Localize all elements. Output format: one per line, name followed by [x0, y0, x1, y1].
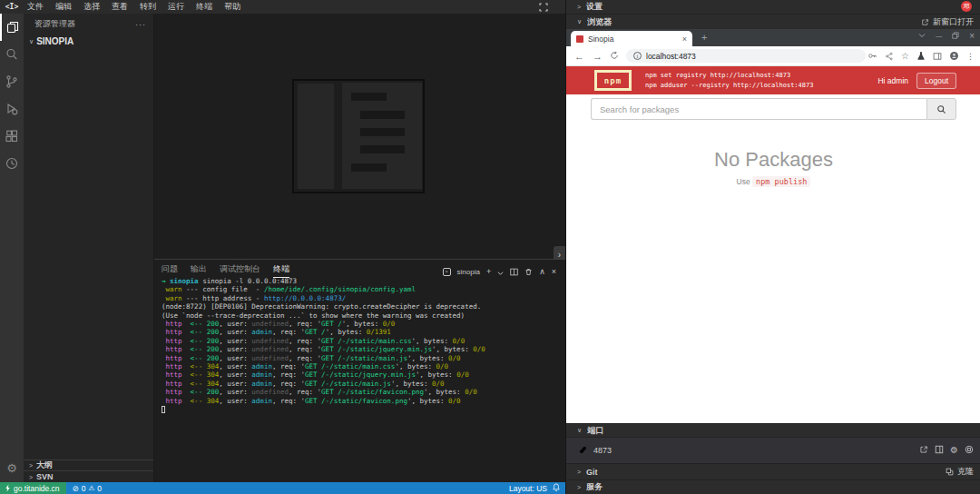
- url-text[interactable]: localhost:4873: [646, 52, 696, 61]
- search-button[interactable]: [926, 98, 956, 120]
- npm-logo[interactable]: npm: [594, 70, 632, 91]
- open-external-icon: [921, 18, 929, 26]
- bookmark-star-icon[interactable]: ☆: [901, 51, 909, 61]
- password-key-icon[interactable]: [867, 48, 877, 64]
- section-settings[interactable]: > 设置 邓: [566, 0, 980, 14]
- minimize-window-icon[interactable]: —: [936, 33, 942, 39]
- new-tab-icon[interactable]: +: [701, 32, 707, 43]
- section-outline[interactable]: > 大纲: [24, 459, 153, 470]
- explorer-icon[interactable]: [0, 14, 24, 41]
- terminal-type-icon: >: [443, 268, 451, 276]
- problems-indicator[interactable]: ⊘ 0 ⚠ 0: [73, 484, 102, 493]
- open-new-window-button[interactable]: 新窗口打开: [921, 16, 980, 28]
- terminal-dropdown-icon[interactable]: [497, 263, 504, 280]
- error-icon: ⊘: [73, 484, 79, 493]
- browser-toolbar: ← → i localhost:4873 ☆ ⋮: [566, 46, 980, 66]
- folder-sinopia[interactable]: ∨ SINOPIA: [24, 33, 153, 50]
- menu-help[interactable]: 帮助: [224, 1, 240, 13]
- reading-list-icon[interactable]: [933, 48, 942, 64]
- maximize-panel-icon[interactable]: ∧: [539, 268, 545, 276]
- browser-menu-chevron-icon[interactable]: [918, 32, 926, 40]
- open-in-browser-icon[interactable]: [919, 445, 928, 456]
- forward-icon[interactable]: →: [593, 51, 603, 62]
- fullscreen-icon[interactable]: [539, 3, 548, 12]
- more-actions-icon[interactable]: ···: [135, 20, 146, 29]
- tab-problems[interactable]: 问题: [162, 263, 178, 278]
- npm-publish-code: npm publish: [752, 176, 810, 187]
- tab-debug-console[interactable]: 调试控制台: [220, 263, 260, 278]
- menu-run[interactable]: 运行: [168, 1, 184, 13]
- logout-button[interactable]: Logout: [916, 73, 956, 89]
- extension-flask-icon[interactable]: [916, 48, 926, 64]
- section-svn[interactable]: > SVN: [24, 470, 153, 482]
- browser-tab-sinopia[interactable]: Sinopia ×: [571, 31, 692, 46]
- git-clone-button[interactable]: 克隆: [946, 466, 980, 478]
- terminal-name[interactable]: sinopia: [457, 268, 480, 276]
- menu-edit[interactable]: 编辑: [55, 1, 72, 13]
- status-bar: go.titanide.cn ⊘ 0 ⚠ 0 Layout: US: [0, 482, 565, 494]
- user-avatar[interactable]: 邓: [961, 1, 972, 12]
- test-explorer-icon[interactable]: [0, 150, 24, 177]
- close-window-icon[interactable]: ×: [969, 31, 975, 41]
- browser-menu-icon[interactable]: ⋮: [966, 52, 975, 61]
- site-info-icon[interactable]: i: [633, 52, 642, 60]
- activity-bar: ⚙: [0, 14, 24, 482]
- port-row-4873[interactable]: 4873 ⚙: [566, 437, 980, 463]
- port-settings-icon[interactable]: ⚙: [950, 446, 958, 455]
- restore-window-icon[interactable]: [952, 32, 959, 41]
- notifications-bell-icon[interactable]: [553, 483, 560, 493]
- editor-area: [154, 14, 565, 259]
- kill-terminal-icon[interactable]: [524, 263, 533, 280]
- menu-terminal[interactable]: 终端: [196, 1, 212, 13]
- menu-selection[interactable]: 选择: [83, 1, 100, 13]
- terminal-cursor: [162, 406, 165, 413]
- package-search-input[interactable]: [591, 98, 926, 120]
- http-log-line: http <-- 304, user: admin, req: 'GET /-/…: [162, 362, 485, 370]
- manage-gear-icon[interactable]: ⚙: [0, 462, 24, 475]
- back-icon[interactable]: ←: [574, 51, 584, 62]
- profile-avatar-icon[interactable]: [949, 48, 959, 64]
- title-bar: <I> 文件 编辑 选择 查看 转到 运行 终端 帮助: [0, 0, 565, 14]
- close-tab-icon[interactable]: ×: [682, 35, 687, 44]
- terminal-warn-line: warn --- http address - http://0.0.0.0:4…: [162, 294, 485, 302]
- empty-state-title: No Packages: [566, 148, 980, 172]
- search-icon[interactable]: [0, 41, 24, 68]
- section-git[interactable]: > Git 克隆: [566, 463, 980, 479]
- port-number[interactable]: 4873: [593, 446, 612, 455]
- tab-output[interactable]: 输出: [191, 263, 207, 278]
- extensions-icon[interactable]: [0, 123, 24, 150]
- browser-tab-bar: Sinopia × + — ×: [566, 29, 980, 46]
- menu-view[interactable]: 查看: [112, 1, 128, 13]
- chevron-right-icon: >: [577, 4, 581, 10]
- share-icon[interactable]: [885, 48, 894, 64]
- keyboard-layout[interactable]: Layout: US: [509, 484, 547, 493]
- chevron-right-icon: >: [29, 462, 33, 469]
- remote-indicator[interactable]: go.titanide.cn: [0, 482, 66, 494]
- http-log-line: http <-- 200, user: undefined, req: 'GET…: [162, 345, 485, 353]
- split-terminal-icon[interactable]: [510, 263, 518, 280]
- http-log-line: http <-- 304, user: admin, req: 'GET /-/…: [162, 397, 485, 405]
- source-control-icon[interactable]: [0, 68, 24, 95]
- chevron-right-icon: >: [577, 484, 581, 490]
- stop-forward-icon[interactable]: [965, 445, 974, 456]
- image-placeholder: [292, 79, 425, 193]
- terminal-output[interactable]: → sinopia sinopia -l 0.0.0.0:4873 warn -…: [162, 277, 485, 416]
- new-terminal-icon[interactable]: +: [486, 268, 491, 276]
- tab-terminal[interactable]: 终端: [273, 263, 289, 278]
- section-services[interactable]: > 服务: [566, 479, 980, 494]
- close-panel-icon[interactable]: ×: [552, 268, 556, 276]
- http-log-line: http <-- 200, user: undefined, req: 'GET…: [162, 337, 485, 345]
- menu-go[interactable]: 转到: [140, 1, 156, 13]
- http-log-line: http <-- 200, user: undefined, req: 'GET…: [162, 354, 485, 362]
- http-log-line: http <-- 200, user: undefined, req: 'GET…: [162, 320, 485, 328]
- bottom-panel: 问题 输出 调试控制台 终端 > sinopia + ∧ × → sinopia…: [154, 259, 565, 482]
- menu-file[interactable]: 文件: [27, 1, 44, 13]
- http-log-line: http <-- 304, user: admin, req: 'GET /-/…: [162, 380, 485, 388]
- section-ports[interactable]: ∨ 端口: [566, 423, 980, 437]
- reload-icon[interactable]: [610, 51, 619, 62]
- section-browser[interactable]: ∨ 浏览器 新窗口打开: [566, 14, 980, 29]
- open-preview-icon[interactable]: [935, 445, 944, 456]
- address-bar[interactable]: i localhost:4873: [626, 49, 866, 63]
- link-icon: [578, 445, 588, 457]
- run-debug-icon[interactable]: [0, 95, 24, 123]
